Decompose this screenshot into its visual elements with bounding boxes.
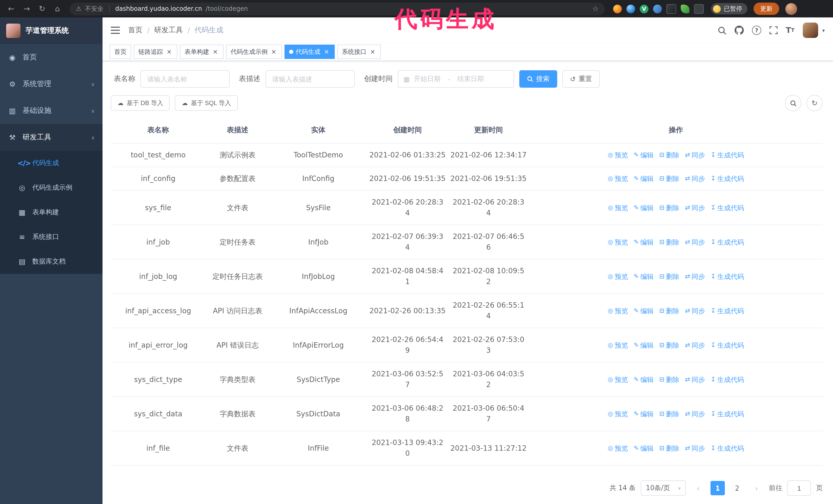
sync-link[interactable]: ⇄同步 <box>685 237 705 247</box>
tab-form-builder[interactable]: 表单构建 × <box>180 45 223 59</box>
sync-link[interactable]: ⇄同步 <box>685 408 705 419</box>
preview-link[interactable]: ◎预览 <box>608 271 628 282</box>
preview-link[interactable]: ◎预览 <box>608 374 628 385</box>
close-icon[interactable]: × <box>166 48 173 55</box>
delete-link[interactable]: ⊟删除 <box>659 408 679 419</box>
delete-link[interactable]: ⊟删除 <box>659 443 679 454</box>
fontsize-icon[interactable]: TT <box>786 26 794 34</box>
close-icon[interactable]: × <box>323 48 330 55</box>
date-range-picker[interactable]: ▦ 开始日期 - 结束日期 <box>398 70 514 88</box>
delete-link[interactable]: ⊟删除 <box>659 340 679 351</box>
generate-code-link[interactable]: ↧生成代码 <box>711 340 744 351</box>
tab-codegen-demo[interactable]: 代码生成示例 × <box>226 45 282 59</box>
delete-link[interactable]: ⊟删除 <box>659 305 679 316</box>
sync-link[interactable]: ⇄同步 <box>685 271 705 282</box>
page-size-select[interactable]: 10条/页 ▾ <box>641 480 686 496</box>
preview-link[interactable]: ◎预览 <box>608 443 628 454</box>
sidebar-subitem-codegen[interactable]: </> 代码生成 <box>0 151 102 175</box>
help-icon[interactable]: ? <box>752 26 761 35</box>
sync-link[interactable]: ⇄同步 <box>685 340 705 351</box>
extension-icon-users[interactable] <box>653 4 662 13</box>
edit-link[interactable]: ✎编辑 <box>634 150 653 161</box>
generate-code-link[interactable]: ↧生成代码 <box>711 271 744 282</box>
edit-link[interactable]: ✎编辑 <box>634 173 653 184</box>
bookmark-star-icon[interactable]: ☆ <box>592 5 599 13</box>
tab-tracing[interactable]: 链路追踪 × <box>134 45 177 59</box>
extension-icon-leaf[interactable] <box>681 4 689 13</box>
preview-link[interactable]: ◎预览 <box>608 408 628 419</box>
preview-link[interactable]: ◎预览 <box>608 150 628 161</box>
page-button-1[interactable]: 1 <box>711 481 725 495</box>
sidebar-item-system-mgmt[interactable]: ⚙ 系统管理 ∨ <box>0 71 102 97</box>
delete-link[interactable]: ⊟删除 <box>659 271 679 282</box>
close-icon[interactable]: × <box>270 48 277 55</box>
sidebar-item-home[interactable]: ◉ 首页 <box>0 44 102 71</box>
chrome-profile-avatar[interactable] <box>785 3 797 15</box>
sidebar-subitem-db-docs[interactable]: ▤ 数据库文档 <box>0 249 102 274</box>
sync-link[interactable]: ⇄同步 <box>685 150 705 161</box>
generate-code-link[interactable]: ↧生成代码 <box>711 408 744 419</box>
sidebar-item-dev-tools[interactable]: ⚒ 研发工具 ∧ <box>0 124 102 151</box>
back-icon[interactable]: ← <box>5 3 18 15</box>
search-button[interactable]: 搜索 <box>519 70 557 88</box>
edit-link[interactable]: ✎编辑 <box>634 443 653 454</box>
generate-code-link[interactable]: ↧生成代码 <box>711 237 744 247</box>
home-icon[interactable]: ⌂ <box>51 3 64 15</box>
preview-link[interactable]: ◎预览 <box>608 305 628 316</box>
close-icon[interactable]: × <box>369 48 376 55</box>
fullscreen-icon[interactable] <box>769 26 778 34</box>
extensions-puzzle-icon[interactable] <box>694 4 704 14</box>
delete-link[interactable]: ⊟删除 <box>659 173 679 184</box>
tab-codegen[interactable]: 代码生成 × <box>285 45 335 59</box>
delete-link[interactable]: ⊟删除 <box>659 202 679 213</box>
generate-code-link[interactable]: ↧生成代码 <box>711 443 744 454</box>
sync-link[interactable]: ⇄同步 <box>685 443 705 454</box>
sync-link[interactable]: ⇄同步 <box>685 173 705 184</box>
breadcrumb-home[interactable]: 首页 <box>128 26 143 35</box>
generate-code-link[interactable]: ↧生成代码 <box>711 374 744 385</box>
sidebar-item-infrastructure[interactable]: ▥ 基础设施 ∨ <box>0 97 102 124</box>
preview-link[interactable]: ◎预览 <box>608 173 628 184</box>
delete-link[interactable]: ⊟删除 <box>659 150 679 161</box>
generate-code-link[interactable]: ↧生成代码 <box>711 305 744 316</box>
extension-icon-orange[interactable] <box>613 4 622 13</box>
tab-system-api[interactable]: 系统接口 × <box>337 45 381 59</box>
prev-page-button[interactable]: ‹ <box>691 481 705 495</box>
github-icon[interactable] <box>735 26 744 35</box>
refresh-button[interactable]: ↻ <box>806 95 823 111</box>
avatar-caret-down-icon[interactable]: ▾ <box>822 27 825 33</box>
search-icon[interactable] <box>718 26 727 34</box>
next-page-button[interactable]: › <box>749 481 764 495</box>
close-icon[interactable]: × <box>212 48 219 55</box>
sync-link[interactable]: ⇄同步 <box>685 202 705 213</box>
generate-code-link[interactable]: ↧生成代码 <box>711 150 744 161</box>
show-search-toggle-button[interactable] <box>785 95 801 111</box>
hamburger-icon[interactable] <box>111 27 120 34</box>
extension-icon-screen[interactable] <box>666 4 676 14</box>
generate-code-link[interactable]: ↧生成代码 <box>711 173 744 184</box>
delete-link[interactable]: ⊟删除 <box>659 237 679 247</box>
reset-button[interactable]: ↺ 重置 <box>562 70 600 88</box>
edit-link[interactable]: ✎编辑 <box>634 374 653 385</box>
generate-code-link[interactable]: ↧生成代码 <box>711 202 744 213</box>
sidebar-subitem-form-builder[interactable]: ▦ 表单构建 <box>0 200 102 224</box>
reload-icon[interactable]: ↻ <box>36 3 48 15</box>
paused-badge[interactable]: 已暂停 <box>711 3 747 14</box>
delete-link[interactable]: ⊟删除 <box>659 374 679 385</box>
breadcrumb-dev-tools[interactable]: 研发工具 <box>154 26 183 35</box>
preview-link[interactable]: ◎预览 <box>608 237 628 247</box>
logo[interactable]: 芋道管理系统 <box>0 18 102 44</box>
sync-link[interactable]: ⇄同步 <box>685 374 705 385</box>
address-bar[interactable]: ⚠ 不安全 dashboard.yudao.iocoder.cn/tool/co… <box>70 2 605 15</box>
table-desc-input[interactable] <box>265 70 355 88</box>
preview-link[interactable]: ◎预览 <box>608 202 628 213</box>
page-button-2[interactable]: 2 <box>730 481 744 495</box>
import-db-button[interactable]: ☁ 基于 DB 导入 <box>111 95 170 111</box>
edit-link[interactable]: ✎编辑 <box>634 340 653 351</box>
extension-icon-drop[interactable] <box>626 4 635 13</box>
forward-icon[interactable]: → <box>21 3 33 15</box>
edit-link[interactable]: ✎编辑 <box>634 305 653 316</box>
import-sql-button[interactable]: ☁ 基于 SQL 导入 <box>175 95 238 111</box>
table-name-input[interactable] <box>140 70 230 88</box>
sidebar-subitem-system-api[interactable]: ≡ 系统接口 <box>0 224 102 249</box>
